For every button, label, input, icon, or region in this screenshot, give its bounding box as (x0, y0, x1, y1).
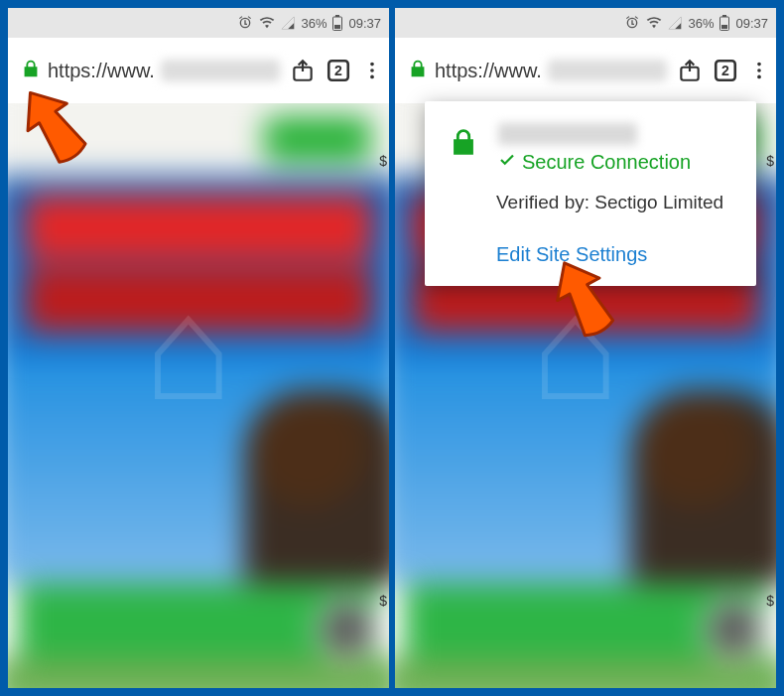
site-security-popup: Secure Connection Verified by: Sectigo L… (425, 101, 756, 286)
page-content-blurred (8, 79, 389, 688)
share-button[interactable] (290, 55, 316, 86)
svg-point-15 (757, 63, 761, 67)
status-bar: 36% 09:37 (8, 8, 389, 38)
signal-icon (281, 16, 295, 30)
verified-by-label: Verified by: Sectigo Limited (496, 192, 734, 213)
clock-time: 09:37 (735, 16, 768, 31)
tabs-button[interactable]: 2 (713, 55, 738, 86)
svg-text:2: 2 (334, 63, 342, 78)
svg-point-7 (370, 69, 374, 72)
signal-icon (668, 16, 682, 30)
dollar-sign-decor: $ (766, 153, 774, 169)
edit-site-settings-link[interactable]: Edit Site Settings (496, 243, 734, 266)
overflow-menu-button[interactable] (748, 55, 770, 86)
dollar-sign-decor: $ (766, 593, 774, 609)
dollar-sign-decor: $ (379, 153, 387, 169)
wifi-icon (259, 16, 275, 30)
popup-hostname-redacted (498, 123, 637, 145)
url-text: https://www. (435, 60, 542, 82)
battery-pct: 36% (688, 16, 714, 31)
screenshot-left: 36% 09:37 https://www. 2 (8, 8, 389, 688)
lock-icon[interactable] (407, 57, 429, 84)
url-hostname-redacted (161, 60, 280, 81)
secure-connection-label: Secure Connection (522, 151, 691, 174)
browser-toolbar: https://www. 2 (8, 38, 389, 103)
clock-time: 09:37 (348, 16, 381, 31)
address-bar[interactable]: https://www. (407, 57, 667, 84)
share-button[interactable] (677, 55, 703, 86)
screenshot-right: 36% 09:37 https://www. 2 (395, 8, 776, 688)
dollar-sign-decor: $ (379, 593, 387, 609)
tabs-button[interactable]: 2 (326, 55, 351, 86)
check-icon (498, 151, 516, 174)
alarm-icon (237, 15, 253, 31)
overflow-menu-button[interactable] (361, 55, 383, 86)
svg-point-8 (370, 75, 374, 79)
battery-pct: 36% (301, 16, 327, 31)
browser-toolbar: https://www. 2 (395, 38, 776, 103)
svg-point-6 (370, 63, 374, 67)
svg-text:2: 2 (721, 63, 729, 78)
alarm-icon (624, 15, 640, 31)
secure-connection-row: Secure Connection (498, 151, 691, 174)
svg-point-16 (757, 69, 761, 72)
url-text: https://www. (48, 60, 155, 82)
battery-icon (719, 15, 729, 31)
svg-rect-2 (334, 25, 340, 29)
battery-icon (332, 15, 342, 31)
status-bar: 36% 09:37 (395, 8, 776, 38)
svg-point-17 (757, 75, 761, 79)
svg-rect-11 (721, 25, 727, 29)
url-hostname-redacted (548, 60, 667, 81)
address-bar[interactable]: https://www. (20, 57, 280, 84)
lock-icon (447, 123, 480, 165)
wifi-icon (646, 16, 662, 30)
lock-icon[interactable] (20, 57, 42, 84)
